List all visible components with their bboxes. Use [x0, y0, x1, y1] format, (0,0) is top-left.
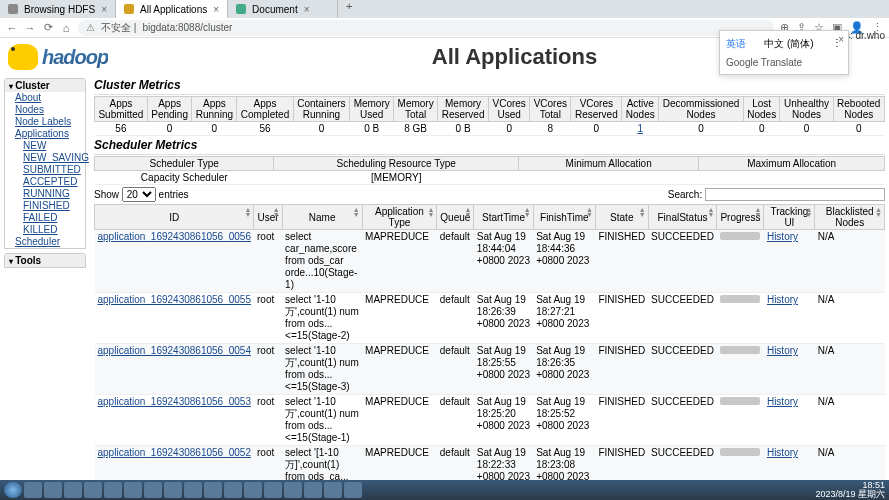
sidebar-link-nodes[interactable]: Nodes — [5, 104, 85, 116]
search-input[interactable] — [705, 188, 885, 201]
sidebar-link-killed[interactable]: KILLED — [5, 224, 85, 236]
history-link[interactable]: History — [767, 447, 798, 458]
application-id-link[interactable]: application_1692430861056_0054 — [98, 345, 251, 356]
apps-col-header[interactable]: Name▲▼ — [282, 205, 362, 230]
sort-icon[interactable]: ▲▼ — [586, 207, 593, 217]
application-id-link[interactable]: application_1692430861056_0056 — [98, 231, 251, 242]
apps-col-header[interactable]: StartTime▲▼ — [474, 205, 533, 230]
close-icon[interactable]: × — [838, 34, 844, 45]
metrics-col: VCores Used — [489, 97, 530, 122]
sort-icon[interactable]: ▲▼ — [707, 207, 714, 217]
taskbar-app-icon[interactable] — [64, 482, 82, 498]
apps-col-header[interactable]: FinishTime▲▼ — [533, 205, 595, 230]
translate-lang-src[interactable]: 英语 — [726, 37, 746, 51]
taskbar-app-icon[interactable] — [144, 482, 162, 498]
close-icon[interactable]: × — [101, 4, 107, 15]
sort-icon[interactable]: ▲▼ — [639, 207, 646, 217]
history-link[interactable]: History — [767, 231, 798, 242]
sort-icon[interactable]: ▲▼ — [464, 207, 471, 217]
sort-icon[interactable]: ▲▼ — [805, 207, 812, 217]
taskbar-app-icon[interactable] — [324, 482, 342, 498]
sort-icon[interactable]: ▲▼ — [427, 207, 434, 217]
sidebar-link-about[interactable]: About — [5, 92, 85, 104]
taskbar-app-icon[interactable] — [344, 482, 362, 498]
taskbar-app-icon[interactable] — [44, 482, 62, 498]
sidebar-link-scheduler[interactable]: Scheduler — [5, 236, 85, 248]
history-link[interactable]: History — [767, 294, 798, 305]
entries-select[interactable]: 20 — [122, 187, 156, 202]
apps-col-header[interactable]: FinalStatus▲▼ — [648, 205, 717, 230]
new-tab-button[interactable]: + — [338, 0, 360, 18]
sort-icon[interactable]: ▲▼ — [273, 207, 280, 217]
apps-col-header[interactable]: User▲▼ — [254, 205, 282, 230]
sidebar-section-cluster[interactable]: Cluster — [5, 79, 85, 92]
close-icon[interactable]: × — [213, 4, 219, 15]
sched-col: Maximum Allocation — [699, 157, 885, 171]
cell-type: MAPREDUCE — [362, 293, 437, 344]
scheduler-metrics-title: Scheduler Metrics — [94, 136, 885, 155]
apps-col-header[interactable]: Application Type▲▼ — [362, 205, 437, 230]
logo-text: hadoop — [42, 46, 108, 69]
cell-blacklist: N/A — [815, 293, 885, 344]
sidebar-link-accepted[interactable]: ACCEPTED — [5, 176, 85, 188]
taskbar-clock[interactable]: 18:51 2023/8/19 星期六 — [815, 481, 885, 499]
taskbar-app-icon[interactable] — [124, 482, 142, 498]
sort-icon[interactable]: ▲▼ — [524, 207, 531, 217]
sort-icon[interactable]: ▲▼ — [875, 207, 882, 217]
apps-col-header[interactable]: Blacklisted Nodes▲▼ — [815, 205, 885, 230]
sched-col: Scheduling Resource Type — [274, 157, 519, 171]
url-input[interactable]: ⚠ 不安全 | bigdata:8088/cluster — [78, 20, 774, 36]
taskbar-app-icon[interactable] — [104, 482, 122, 498]
application-id-link[interactable]: application_1692430861056_0055 — [98, 294, 251, 305]
browser-tab-active[interactable]: All Applications× — [116, 0, 228, 18]
reload-icon[interactable]: ⟳ — [42, 22, 54, 34]
metrics-val: 8 — [530, 122, 571, 136]
back-icon[interactable]: ← — [6, 22, 18, 34]
close-icon[interactable]: × — [304, 4, 310, 15]
application-id-link[interactable]: application_1692430861056_0053 — [98, 396, 251, 407]
taskbar-app-icon[interactable] — [284, 482, 302, 498]
sort-icon[interactable]: ▲▼ — [245, 207, 252, 217]
sidebar-section-tools[interactable]: Tools — [5, 254, 85, 267]
sidebar-link-failed[interactable]: FAILED — [5, 212, 85, 224]
taskbar-app-icon[interactable] — [244, 482, 262, 498]
sidebar-link-finished[interactable]: FINISHED — [5, 200, 85, 212]
taskbar-app-icon[interactable] — [24, 482, 42, 498]
apps-col-header[interactable]: Progress▲▼ — [717, 205, 764, 230]
apps-col-header[interactable]: State▲▼ — [595, 205, 648, 230]
translate-lang-dst[interactable]: 中文 (简体) — [764, 37, 813, 51]
hadoop-logo[interactable]: hadoop — [8, 42, 148, 72]
apps-col-header[interactable]: ID▲▼ — [95, 205, 254, 230]
forward-icon[interactable]: → — [24, 22, 36, 34]
sort-icon[interactable]: ▲▼ — [353, 207, 360, 217]
taskbar-app-icon[interactable] — [264, 482, 282, 498]
active-nodes-link[interactable]: 1 — [637, 123, 643, 134]
security-icon: ⚠ — [86, 22, 95, 33]
sidebar-link-nodelabels[interactable]: Node Labels — [5, 116, 85, 128]
taskbar-app-icon[interactable] — [224, 482, 242, 498]
taskbar-app-icon[interactable] — [184, 482, 202, 498]
taskbar-app-icon[interactable] — [204, 482, 222, 498]
home-icon[interactable]: ⌂ — [60, 22, 72, 34]
history-link[interactable]: History — [767, 345, 798, 356]
sidebar-link-submitted[interactable]: SUBMITTED — [5, 164, 85, 176]
apps-col-header[interactable]: Tracking UI▲▼ — [764, 205, 815, 230]
translate-provider: Google Translate — [726, 57, 842, 68]
application-id-link[interactable]: application_1692430861056_0052 — [98, 447, 251, 458]
cell-progress — [717, 395, 764, 446]
apps-col-header[interactable]: Queue▲▼ — [437, 205, 474, 230]
sidebar-link-new[interactable]: NEW — [5, 140, 85, 152]
sidebar-link-newsaving[interactable]: NEW_SAVING — [5, 152, 85, 164]
taskbar-app-icon[interactable] — [164, 482, 182, 498]
sort-icon[interactable]: ▲▼ — [754, 207, 761, 217]
browser-tab[interactable]: Browsing HDFS× — [0, 0, 116, 18]
cell-user: root — [254, 395, 282, 446]
sidebar-link-running[interactable]: RUNNING — [5, 188, 85, 200]
taskbar-app-icon[interactable] — [304, 482, 322, 498]
taskbar-app-icon[interactable] — [84, 482, 102, 498]
sidebar-link-applications[interactable]: Applications — [5, 128, 85, 140]
browser-tab[interactable]: Document× — [228, 0, 338, 18]
history-link[interactable]: History — [767, 396, 798, 407]
start-button[interactable] — [4, 482, 22, 498]
metrics-val: 0 — [147, 122, 192, 136]
